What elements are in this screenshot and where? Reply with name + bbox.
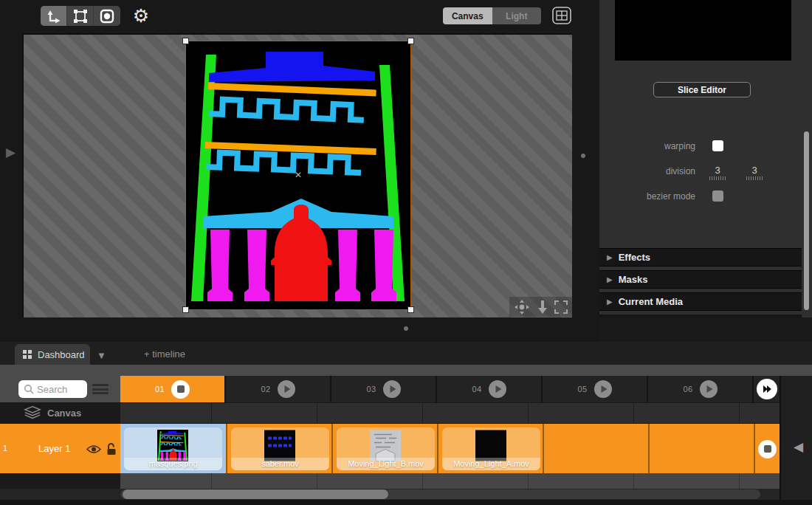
stop-icon[interactable] — [171, 380, 190, 399]
settings-gear-icon[interactable]: ⚙ — [131, 4, 151, 27]
search-box[interactable] — [18, 380, 87, 398]
column-label: 01 — [155, 385, 165, 394]
play-icon[interactable] — [383, 380, 401, 398]
column-header-03[interactable]: 03 — [331, 376, 437, 402]
media-cell-01[interactable]: masques.png — [120, 424, 226, 474]
division-y-field[interactable]: 3 — [747, 165, 762, 176]
mask-icon — [100, 9, 114, 24]
column-header-06[interactable]: 06 — [648, 376, 754, 402]
section-label: Effects — [619, 252, 650, 263]
column-label: 04 — [472, 385, 481, 394]
chevron-right-icon: ▶ — [607, 298, 613, 306]
stop-icon — [758, 440, 777, 458]
media-card[interactable]: Moving_Light_A.mov — [442, 427, 540, 470]
corner-pin-tool-button[interactable] — [67, 6, 94, 26]
media-card[interactable]: Moving_Light_B.mov — [337, 427, 435, 470]
pan-icon[interactable] — [514, 299, 530, 315]
layer-stop-button[interactable] — [754, 424, 780, 474]
add-timeline-button[interactable]: + timeline — [144, 348, 185, 360]
play-icon[interactable] — [278, 380, 295, 398]
panel-scrollbar[interactable] — [804, 131, 809, 310]
selected-surface[interactable]: ✕ — [186, 41, 410, 309]
play-icon[interactable] — [489, 380, 506, 398]
warping-label: warping — [599, 141, 695, 151]
menu-icon[interactable] — [92, 384, 109, 394]
collapse-panel-caret[interactable]: ◀ — [794, 439, 803, 455]
canvas-view-controls — [509, 297, 572, 317]
division-label: division — [599, 166, 695, 176]
chevron-right-icon: ▶ — [607, 253, 613, 261]
column-label: 03 — [366, 385, 376, 394]
selection-handle-bottom-right[interactable] — [407, 306, 414, 313]
section-current-media[interactable]: ▶ Current Media — [599, 292, 802, 311]
column-header-02[interactable]: 02 — [226, 376, 331, 402]
media-thumbnail — [370, 430, 401, 461]
canvas-row-label: Canvas — [47, 408, 81, 419]
move-tool-button[interactable] — [41, 6, 67, 26]
media-card[interactable]: masques.png — [124, 427, 222, 470]
view-toggle: Canvas Light — [443, 7, 541, 24]
column-label: 05 — [577, 385, 587, 394]
bezier-mode-checkbox[interactable] — [712, 190, 723, 202]
bottom-tab-bar: Dashboard ▼ + timeline — [0, 342, 812, 365]
search-input[interactable] — [37, 384, 81, 395]
horizontal-scrollbar-thumb[interactable] — [123, 489, 388, 499]
media-cell-02[interactable]: saber.mov — [226, 424, 331, 474]
media-cell-03[interactable]: Moving_Light_B.mov — [331, 424, 437, 474]
play-icon[interactable] — [700, 380, 718, 398]
timeline-right-strip: ◀ — [780, 376, 812, 505]
media-thumbnail — [475, 430, 506, 461]
fullscreen-icon[interactable] — [554, 300, 568, 314]
media-filename: saber.mov — [231, 458, 329, 470]
panel-resize-dot-bottom[interactable] — [404, 326, 408, 331]
visibility-eye-icon[interactable] — [86, 444, 101, 454]
section-masks[interactable]: ▶ Masks — [599, 270, 802, 289]
timeline-under-strip — [0, 473, 780, 489]
column-header-05[interactable]: 05 — [543, 376, 648, 402]
canvas-row-header[interactable]: Canvas — [0, 402, 120, 423]
media-thumbnail — [264, 430, 295, 461]
fast-forward-icon — [757, 379, 777, 399]
media-card[interactable]: saber.mov — [231, 427, 329, 470]
unlock-icon[interactable] — [106, 442, 117, 456]
section-partial — [599, 315, 802, 317]
view-toggle-light[interactable]: Light — [492, 7, 542, 24]
warping-checkbox[interactable] — [712, 140, 723, 151]
left-panel-expand-caret[interactable]: ▶ — [6, 145, 16, 160]
horizontal-scrollbar-track[interactable] — [120, 489, 760, 499]
selection-handle-top-left[interactable] — [182, 38, 189, 44]
division-x-field[interactable]: 3 — [710, 165, 725, 176]
mapping-canvas[interactable]: ✕ — [22, 33, 572, 317]
column-header-01[interactable]: 01 — [120, 376, 226, 402]
dashboard-grid-icon — [22, 349, 32, 360]
tab-dashboard[interactable]: Dashboard — [15, 344, 90, 365]
column-header-04[interactable]: 04 — [437, 376, 543, 402]
selection-handle-bottom-left[interactable] — [182, 306, 189, 313]
panel-resize-dot-right[interactable] — [581, 154, 585, 158]
properties-panel: Slice Editor warping division 3 3 bezier… — [599, 0, 812, 317]
column-label: 06 — [683, 385, 692, 394]
view-toggle-canvas[interactable]: Canvas — [443, 7, 492, 24]
grid-view-button[interactable] — [552, 7, 571, 24]
section-label: Current Media — [619, 296, 683, 307]
fit-down-arrow-icon[interactable] — [537, 300, 548, 315]
output-preview — [615, 0, 791, 61]
layer-header[interactable]: 1 Layer 1 — [0, 424, 120, 474]
media-cell-05-empty[interactable] — [543, 424, 648, 474]
corner-pin-icon — [73, 9, 88, 24]
skip-forward-button[interactable] — [754, 376, 780, 402]
slice-editor-button[interactable]: Slice Editor — [653, 82, 751, 97]
bottom-edge — [0, 500, 812, 505]
tab-dropdown-caret[interactable]: ▼ — [97, 350, 106, 361]
play-icon[interactable] — [594, 380, 612, 398]
selection-handle-top-right[interactable] — [407, 38, 414, 44]
media-cell-06-empty[interactable] — [648, 424, 754, 474]
tool-group — [41, 6, 120, 26]
timeline-toolbar-band — [0, 365, 812, 376]
layer-index: 1 — [3, 444, 7, 453]
division-y-ruler — [746, 176, 763, 180]
media-cell-04[interactable]: Moving_Light_A.mov — [437, 424, 543, 474]
layers-icon — [24, 405, 41, 420]
mask-tool-button[interactable] — [94, 6, 120, 26]
section-effects[interactable]: ▶ Effects — [599, 248, 802, 267]
